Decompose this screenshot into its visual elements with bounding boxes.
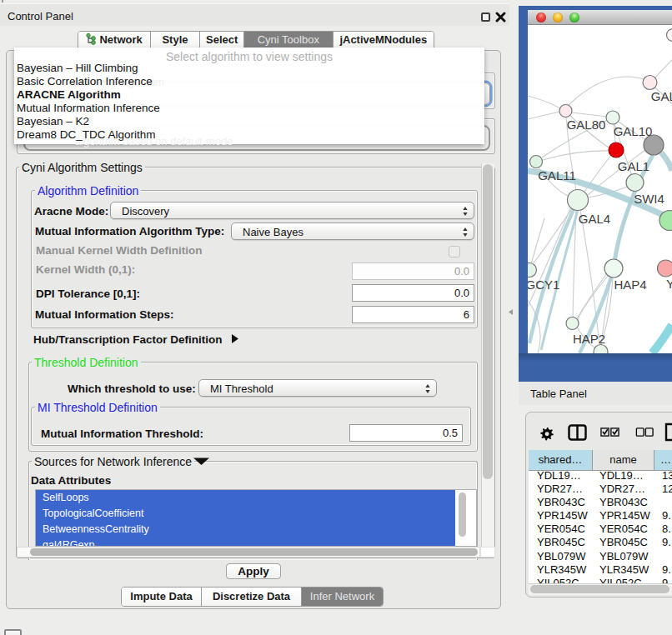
svg-text:GAL2: GAL2 — [651, 89, 672, 103]
svg-text:GCY1: GCY1 — [528, 278, 559, 292]
svg-text:SWI4: SWI4 — [634, 192, 664, 206]
svg-text:GAL4: GAL4 — [579, 212, 610, 226]
svg-text:GAL11: GAL11 — [538, 168, 576, 182]
svg-text:GAL10: GAL10 — [614, 124, 653, 138]
svg-text:Y: Y — [666, 277, 672, 291]
svg-text:GAL80: GAL80 — [567, 118, 606, 132]
svg-text:HAP2: HAP2 — [573, 332, 605, 346]
svg-text:HAP4: HAP4 — [614, 278, 646, 292]
svg-text:GAL1: GAL1 — [618, 159, 649, 173]
